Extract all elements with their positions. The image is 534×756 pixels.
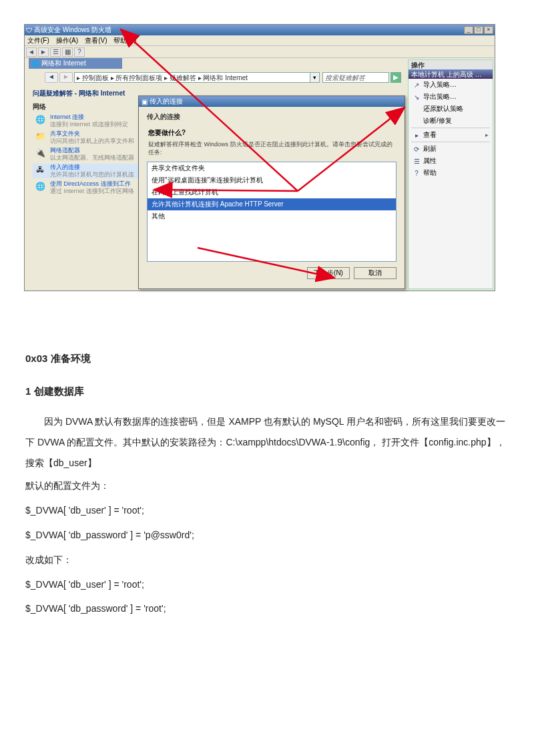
sub-tab[interactable]: 🌐 网络和 Internet <box>29 58 122 69</box>
document-body: 0x03 准备环境 1 创建数据库 因为 DVWA 默认有数据库的连接密码，但是… <box>0 291 534 663</box>
globe-icon: 🌐 <box>33 180 47 192</box>
breadcrumb-path[interactable]: ▸ 控制面板 ▸ 所有控制面板项 ▸ 疑难解答 ▸ 网络和 Internet <box>74 72 310 83</box>
dialog-titlebar: ▣传入的连接 <box>139 96 405 107</box>
paragraph: 默认的配置文件为： <box>25 476 509 496</box>
action-label: 还原默认策略 <box>423 104 463 114</box>
menu-file[interactable]: 文件(F) <box>27 36 49 45</box>
forward-icon[interactable]: ► <box>59 72 73 83</box>
actions-pane: 操作 本地计算机 上的高级 … ↗导入策略… ↘导出策略… 还原默认策略 诊断/… <box>408 59 493 289</box>
action-diagnose[interactable]: 诊断/修复 <box>409 115 493 127</box>
maximize-button[interactable]: □ <box>474 26 483 34</box>
action-label: 查看 <box>423 130 437 140</box>
section-heading: 0x03 准备环境 <box>25 347 509 369</box>
toolbar-btn[interactable]: ? <box>74 47 85 57</box>
breadcrumb-row: ◄ ► ▸ 控制面板 ▸ 所有控制面板项 ▸ 疑难解答 ▸ 网络和 Intern… <box>45 71 401 83</box>
item-sub: 允许其他计算机与您的计算机连 <box>50 171 134 178</box>
option-item[interactable]: 使用"远程桌面连接"来连接到此计算机 <box>148 174 396 186</box>
incoming-icon: 🖧 <box>33 164 47 176</box>
action-label: 导入策略… <box>423 80 457 89</box>
code-line: $_DVWA[ 'db_user' ] = 'root'; <box>25 500 509 521</box>
restore-icon <box>413 105 421 113</box>
actions-title: 操作 <box>409 60 493 69</box>
dialog-title: 传入的连接 <box>150 97 183 106</box>
item-sub: 访问其他计算机上的共享文件和 <box>50 138 134 145</box>
menu-view[interactable]: 查看(V) <box>85 36 107 45</box>
subsection-heading: 1 创建数据库 <box>25 380 509 402</box>
paragraph: 改成如下： <box>25 550 509 570</box>
item-title: 共享文件夹 <box>50 130 80 137</box>
back-icon[interactable]: ◄ <box>45 72 58 83</box>
action-label: 导出策略… <box>423 92 457 102</box>
next-button[interactable]: 下一步(N) <box>307 267 350 279</box>
menu-action[interactable]: 操作(A) <box>56 36 78 45</box>
dialog: ▣传入的连接 传入的连接 您要做什么? 疑难解答程序将检查 Windows 防火… <box>138 96 405 289</box>
item-title: Internet 连接 <box>50 114 84 120</box>
code-line: $_DVWA[ 'db_password' ] = 'p@ssw0rd'; <box>25 525 509 546</box>
folder-icon: 📁 <box>33 130 47 142</box>
paragraph: 因为 DVWA 默认有数据库的连接密码，但是 XAMPP 也有默认的 MySQL… <box>25 411 509 473</box>
actions-header: 本地计算机 上的高级 … <box>409 69 493 79</box>
action-label: 帮助 <box>423 168 437 178</box>
properties-icon: ☰ <box>413 157 421 165</box>
action-export[interactable]: ↘导出策略… <box>409 91 493 103</box>
view-icon: ▸ <box>413 131 421 139</box>
option-item-selected[interactable]: 允许其他计算机连接到 Apache HTTP Server <box>148 198 396 210</box>
export-icon: ↘ <box>413 93 421 101</box>
nav-fwd-icon[interactable]: ► <box>38 47 49 57</box>
titlebar: 🛡高级安全 Windows 防火墙 _ □ × <box>25 25 495 35</box>
menu-help[interactable]: 帮助(H) <box>113 36 136 45</box>
adapter-icon: 🔌 <box>33 147 47 159</box>
item-sub: 连接到 Internet 或连接到特定 <box>50 121 128 128</box>
help-icon: ? <box>413 169 421 177</box>
action-label: 属性 <box>423 156 437 166</box>
import-icon: ↗ <box>413 81 421 89</box>
diagnose-icon <box>413 117 421 125</box>
option-item[interactable]: 在网络上查找此计算机 <box>148 186 396 198</box>
options-listbox[interactable]: 共享文件或文件夹 使用"远程桌面连接"来连接到此计算机 在网络上查找此计算机 允… <box>147 162 396 262</box>
sub-tab-label: 网络和 Internet <box>41 59 86 68</box>
close-button[interactable]: × <box>484 26 493 34</box>
refresh-icon: ⟳ <box>413 145 421 153</box>
item-title: 使用 DirectAccess 连接到工作 <box>50 180 131 187</box>
option-item[interactable]: 共享文件或文件夹 <box>148 162 396 174</box>
item-sub: 通过 Internet 连接到工作区网络 <box>50 188 134 195</box>
nav-back-icon[interactable]: ◄ <box>26 47 37 57</box>
action-restore[interactable]: 还原默认策略 <box>409 103 493 115</box>
action-refresh[interactable]: ⟳刷新 <box>409 143 493 155</box>
code-line: $_DVWA[ 'db_password' ] = 'root'; <box>25 598 509 619</box>
chevron-right-icon: ▸ <box>485 132 489 138</box>
window-icon: ▣ <box>142 98 148 106</box>
action-label: 刷新 <box>423 144 437 154</box>
dialog-description: 疑难解答程序将检查 Windows 防火墙是否正在阻止连接到此计算机。请单击您要… <box>139 139 405 159</box>
search-button[interactable]: ▶ <box>390 72 401 83</box>
toolbar-btn[interactable]: ☰ <box>50 47 61 57</box>
option-item[interactable]: 其他 <box>148 210 396 222</box>
earth-icon: 🌐 <box>31 60 39 67</box>
toolbar: ◄ ► ☰ ▦ ? <box>25 46 495 58</box>
window-title: 高级安全 Windows 防火墙 <box>34 25 111 35</box>
shield-icon: 🛡 <box>26 27 33 34</box>
minimize-button[interactable]: _ <box>464 26 473 34</box>
globe-icon: 🌐 <box>33 114 47 126</box>
menubar: 文件(F) 操作(A) 查看(V) 帮助(H) <box>25 35 495 46</box>
breadcrumb-drop-icon[interactable]: ▾ <box>310 72 320 83</box>
cancel-button[interactable]: 取消 <box>354 267 396 279</box>
main-window: 🛡高级安全 Windows 防火墙 _ □ × 文件(F) 操作(A) 查看(V… <box>24 24 495 291</box>
action-import[interactable]: ↗导入策略… <box>409 79 493 91</box>
action-label: 诊断/修复 <box>423 116 452 126</box>
item-sub: 以太网适配器、无线网络适配器 <box>50 154 134 162</box>
dialog-question: 您要做什么? <box>139 123 405 139</box>
action-view[interactable]: ▸查看▸ <box>409 129 493 141</box>
code-line: $_DVWA[ 'db_user' ] = 'root'; <box>25 574 509 595</box>
search-input[interactable]: 搜索疑难解答 <box>322 72 389 83</box>
item-title: 网络适配器 <box>50 147 80 154</box>
action-properties[interactable]: ☰属性 <box>409 155 493 167</box>
toolbar-btn[interactable]: ▦ <box>62 47 73 57</box>
action-help[interactable]: ?帮助 <box>409 167 493 179</box>
item-title: 传入的连接 <box>50 164 80 170</box>
dialog-subtitle: 传入的连接 <box>139 107 405 123</box>
